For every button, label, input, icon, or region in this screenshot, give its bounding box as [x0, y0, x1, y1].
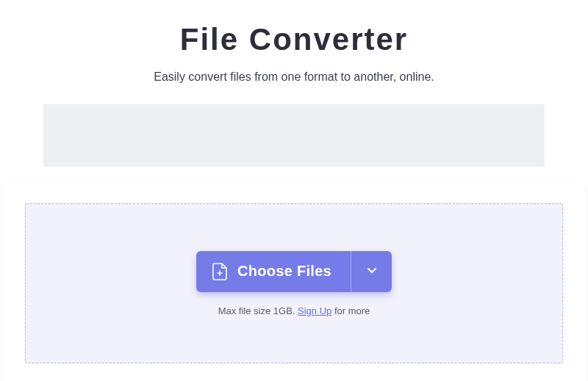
hint-suffix: for more [331, 305, 370, 316]
choose-files-label: Choose Files [237, 263, 331, 280]
chevron-down-icon [366, 264, 378, 278]
page-title: File Converter [180, 22, 408, 57]
choose-files-group: Choose Files [196, 251, 392, 292]
file-add-icon [212, 263, 227, 280]
choose-files-button[interactable]: Choose Files [196, 251, 351, 292]
choose-files-dropdown-button[interactable] [351, 251, 392, 292]
page-subtitle: Easily convert files from one format to … [154, 70, 434, 84]
dropzone[interactable]: Choose Files Max file size 1GB. Sign Up … [25, 203, 563, 363]
signup-link[interactable]: Sign Up [298, 305, 331, 316]
ad-placeholder [43, 104, 545, 167]
upload-card: Choose Files Max file size 1GB. Sign Up … [3, 181, 585, 381]
upload-hint: Max file size 1GB. Sign Up for more [218, 305, 370, 316]
hint-prefix: Max file size 1GB. [218, 305, 298, 316]
